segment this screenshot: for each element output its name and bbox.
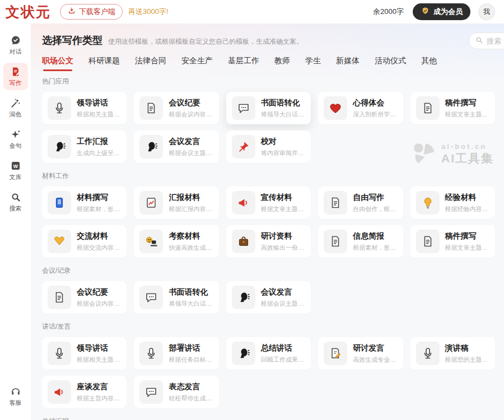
doc-icon [329, 196, 342, 209]
card-座谈发言[interactable]: 座谈发言根据主旨内容，... [42, 376, 127, 408]
tab-法律合同[interactable]: 法律合同 [135, 56, 166, 71]
search-box[interactable] [469, 32, 504, 49]
sidebar-item-library[interactable]: W文库 [3, 157, 28, 184]
sidebar-item-label: 文库 [10, 173, 22, 181]
doc-icon [144, 101, 158, 115]
search-icon [10, 192, 21, 203]
card-desc: 根据交流内容，... [77, 244, 121, 252]
tab-安全生产[interactable]: 安全生产 [181, 56, 213, 71]
sidebar-item-chat[interactable]: 对话 [3, 31, 28, 59]
card-desc: 根据文章主题... [445, 244, 487, 252]
card-desc: 将内容审阅并提... [261, 149, 305, 157]
sidebar-item-label: 对话 [10, 48, 22, 56]
card-title: 领导讲话 [77, 98, 121, 108]
card-汇报材料[interactable]: 汇报材料根据汇报内容，... [134, 186, 218, 219]
card-title: 研讨资料 [261, 231, 305, 241]
card-表态发言[interactable]: 表态发言轻松帮你生成表... [134, 376, 218, 408]
card-会议发言[interactable]: 会议发言根据会议主题和... [226, 281, 311, 314]
card-心得体会[interactable]: 心得体会深入剖析所学所... [318, 92, 403, 124]
card-icon-tile [48, 135, 71, 158]
tab-新媒体[interactable]: 新媒体 [336, 56, 360, 71]
card-材料撰写[interactable]: 材料撰写根据素材，形成... [42, 186, 127, 219]
card-icon-tile [139, 96, 163, 120]
card-icon-tile [232, 342, 255, 365]
bulb-icon [421, 196, 435, 209]
tab-活动仪式[interactable]: 活动仪式 [375, 56, 406, 71]
card-领导讲话[interactable]: 领导讲话根据相关主题及... [42, 92, 127, 124]
sidebar-item-polish[interactable]: 润色 [3, 94, 28, 122]
tab-学生[interactable]: 学生 [305, 56, 321, 71]
card-title: 心得体会 [353, 98, 397, 108]
card-书面语转化[interactable]: 书面语转化将领导大白话转... [226, 92, 311, 124]
card-title: 总结讲话 [261, 343, 305, 353]
sidebar-item-label: 客服 [10, 399, 22, 407]
card-校对[interactable]: 校对将内容审阅并提... [226, 130, 311, 163]
card-会议发言[interactable]: 会议发言根据会议主题和... [134, 130, 218, 163]
tab-职场公文[interactable]: 职场公文 [42, 56, 73, 71]
card-desc: 回顾工作成果，... [261, 356, 305, 364]
card-交流材料[interactable]: 交流材料根据交流内容，... [42, 225, 127, 258]
heart-icon [329, 101, 342, 115]
card-desc: 根据会议内容，... [77, 300, 121, 308]
card-考察材料[interactable]: 考察材料快速高效生成党... [134, 225, 218, 258]
sidebar-nav: 对话写作润色金句W文库搜索客服 [0, 24, 31, 420]
sidebar-item-write[interactable]: 写作 [3, 63, 28, 90]
sidebar-item-quote[interactable]: 金句 [3, 125, 28, 153]
card-演讲稿[interactable]: 演讲稿根据您的主题和... [410, 337, 495, 370]
card-研讨发言[interactable]: 研讨发言高效生成专业研... [318, 337, 403, 370]
card-工作汇报[interactable]: 工作汇报生成向上级呈现... [42, 130, 127, 163]
card-desc: 根据素材，形成... [77, 205, 121, 213]
tab-科研课题[interactable]: 科研课题 [88, 56, 120, 71]
svg-text:W: W [13, 164, 18, 169]
card-title: 表态发言 [169, 382, 213, 392]
card-经验材料[interactable]: 经验材料根据经验内容，... [410, 186, 495, 219]
card-宣传材料[interactable]: 宣传材料根据文章主题和... [226, 186, 311, 219]
card-稿件撰写[interactable]: 稿件撰写根据文章主题... [410, 92, 495, 124]
page-title: 选择写作类型 [42, 34, 102, 47]
become-member-button[interactable]: 成为会员 [413, 3, 470, 20]
sidebar-item-search[interactable]: 搜索 [3, 188, 28, 216]
card-title: 会议发言 [261, 287, 305, 297]
bubble-icon [237, 101, 250, 115]
card-title: 稿件撰写 [445, 98, 487, 108]
card-自由写作[interactable]: 自由写作自由创作，根据... [318, 186, 403, 219]
card-desc: 自由创作，根据... [353, 205, 397, 213]
card-稿件撰写[interactable]: 稿件撰写根据文章主题... [410, 225, 495, 258]
card-title: 校对 [261, 137, 305, 147]
card-会议纪要[interactable]: 会议纪要根据会议内容，... [134, 92, 218, 124]
card-title: 座谈发言 [77, 382, 121, 392]
section-title: 热门应用 [42, 77, 495, 86]
card-领导讲话[interactable]: 领导讲话根据相关主题及... [42, 337, 127, 370]
card-icon-tile [416, 230, 440, 253]
card-title: 会议纪要 [77, 287, 121, 297]
card-desc: 快速高效生成党... [169, 244, 213, 252]
avatar[interactable]: 我 [478, 3, 495, 20]
card-研讨资料[interactable]: 研讨资料高效输出一份研... [226, 225, 311, 258]
card-总结讲话[interactable]: 总结讲话回顾工作成果，... [226, 337, 311, 370]
write-icon [10, 66, 21, 77]
card-icon-tile [232, 191, 255, 214]
sidebar-item-headset[interactable]: 客服 [3, 382, 28, 410]
card-部署讲话[interactable]: 部署讲话根据任务目标，... [134, 337, 218, 370]
promo-text: 再送3000字! [128, 7, 169, 17]
search-input[interactable] [487, 37, 504, 45]
card-desc: 根据相关主题及... [77, 110, 121, 119]
card-书面语转化[interactable]: 书面语转化将领导大白话转... [134, 281, 218, 314]
card-会议纪要[interactable]: 会议纪要根据会议内容，... [42, 281, 127, 314]
tab-教师[interactable]: 教师 [274, 56, 290, 71]
download-client-button[interactable]: 下载客户端 [60, 4, 123, 20]
speak-icon [237, 347, 250, 360]
doc-icon [421, 235, 435, 248]
bubble-icon [144, 291, 158, 304]
tab-基层工作[interactable]: 基层工作 [228, 56, 259, 71]
card-信息简报[interactable]: 信息简报根据素材，形成... [318, 225, 403, 258]
person-laptop-icon [144, 235, 158, 248]
tab-其他[interactable]: 其他 [421, 56, 437, 71]
card-title: 考察材料 [169, 231, 213, 241]
sidebar-item-label: 金句 [10, 142, 22, 150]
sections: 热门应用领导讲话根据相关主题及...会议纪要根据会议内容，...书面语转化将领导… [42, 77, 495, 408]
card-desc: 根据文章主题和... [261, 205, 305, 213]
card-desc: 根据会议主题和... [261, 300, 305, 308]
card-icon-tile [139, 135, 163, 158]
quote-icon [10, 129, 21, 140]
